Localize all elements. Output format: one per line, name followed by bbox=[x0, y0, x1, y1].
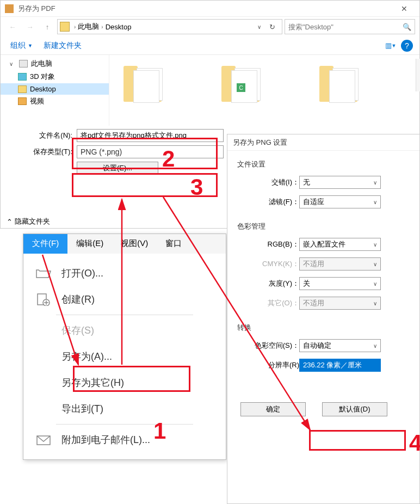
color-mgmt-group: 色彩管理 RGB(B)： 嵌入配置文件∨ CMYK(K)： 不适用∨ 灰度(Y)… bbox=[237, 222, 410, 310]
search-box[interactable]: 🔍 bbox=[285, 19, 415, 34]
chevron-down-icon: ∨ bbox=[373, 281, 377, 287]
savetype-select[interactable]: PNG (*.png) bbox=[77, 145, 224, 158]
cmyk-label: CMYK(K)： bbox=[250, 259, 299, 269]
nav-bar: ← → ↑ › 此电脑 › Desktop ∨ ↻ 🔍 bbox=[1, 17, 419, 36]
chevron-right-icon: › bbox=[101, 24, 103, 30]
folder-icon bbox=[60, 22, 70, 32]
settings-button[interactable]: 设置(E)... bbox=[77, 162, 158, 175]
other-label: 其它(O)： bbox=[250, 298, 299, 308]
menu-tabs: 文件(F) 编辑(E) 视图(V) 窗口 bbox=[23, 234, 226, 254]
view-mode-button[interactable]: ▥ ▼ bbox=[382, 39, 399, 52]
close-button[interactable]: ✕ bbox=[393, 1, 415, 16]
tree-3d-objects[interactable]: 3D 对象 bbox=[1, 70, 109, 83]
filename-input[interactable] bbox=[77, 129, 224, 142]
folder-item[interactable]: C bbox=[218, 66, 267, 107]
file-menu-popup: 文件(F) 编辑(E) 视图(V) 窗口 打开(O)... 创建(R) 保存(S… bbox=[23, 233, 226, 460]
app-icon bbox=[5, 4, 14, 13]
rgb-select[interactable]: 嵌入配置文件∨ bbox=[299, 238, 381, 251]
tree-this-pc[interactable]: ∨此电脑 bbox=[1, 57, 109, 70]
chevron-down-icon: ∨ bbox=[373, 242, 377, 248]
tab-window[interactable]: 窗口 bbox=[157, 234, 190, 254]
new-folder-button[interactable]: 新建文件夹 bbox=[38, 39, 87, 53]
nav-back[interactable]: ← bbox=[5, 19, 20, 34]
tab-file[interactable]: 文件(F) bbox=[23, 234, 67, 254]
toolbar: 组织 ▼ 新建文件夹 ▥ ▼ ? bbox=[1, 36, 419, 55]
chevron-right-icon: › bbox=[74, 24, 76, 30]
cmyk-select: 不适用∨ bbox=[299, 257, 381, 271]
filter-label: 滤镜(F)： bbox=[250, 197, 299, 207]
chevron-down-icon: ∨ bbox=[373, 199, 377, 205]
folder-tree: ∨此电脑 3D 对象 Desktop 视频 bbox=[1, 55, 109, 126]
savetype-label: 保存类型(T): bbox=[7, 147, 77, 157]
tab-edit[interactable]: 编辑(E) bbox=[67, 234, 112, 254]
file-area[interactable]: C bbox=[109, 55, 419, 126]
help-button[interactable]: ? bbox=[399, 39, 415, 52]
breadcrumb-dropdown[interactable]: ∨ bbox=[254, 24, 264, 30]
png-dialog-title: 另存为 PNG 设置 bbox=[227, 134, 419, 151]
folder-item[interactable] bbox=[120, 66, 169, 107]
conversion-group: 转换 色彩空间(S)： 自动确定∨ 分辨率(R) 236.22 像素／厘米 bbox=[237, 323, 410, 372]
folder-item[interactable] bbox=[316, 66, 365, 107]
colorspace-select[interactable]: 自动确定∨ bbox=[299, 339, 381, 352]
search-icon[interactable]: 🔍 bbox=[403, 23, 411, 31]
menu-save-as[interactable]: 另存为(A)... bbox=[23, 343, 226, 370]
title-bar: 另存为 PDF ✕ bbox=[1, 1, 419, 17]
menu-open[interactable]: 打开(O)... bbox=[23, 260, 226, 286]
tab-view[interactable]: 视图(V) bbox=[112, 234, 157, 254]
resolution-input[interactable]: 236.22 像素／厘米 bbox=[299, 359, 381, 372]
nav-up[interactable]: ↑ bbox=[40, 19, 55, 34]
menu-create[interactable]: 创建(R) bbox=[23, 286, 226, 312]
other-select: 不适用∨ bbox=[299, 297, 381, 310]
gray-select[interactable]: 关∨ bbox=[299, 277, 381, 290]
rgb-label: RGB(B)： bbox=[250, 239, 299, 249]
mail-icon bbox=[34, 432, 53, 447]
menu-export-to[interactable]: 导出到(T) bbox=[23, 396, 226, 422]
search-input[interactable] bbox=[288, 23, 403, 31]
window-title: 另存为 PDF bbox=[18, 4, 393, 14]
filter-select[interactable]: 自适应∨ bbox=[299, 195, 381, 208]
edge-scrollbar bbox=[416, 59, 420, 91]
png-settings-dialog: 另存为 PNG 设置 文件设置 交错(I)： 无∨ 滤镜(F)： 自适应∨ 色彩… bbox=[227, 134, 420, 504]
chevron-up-icon: ⌃ bbox=[7, 218, 13, 226]
breadcrumb-level2[interactable]: Desktop bbox=[106, 23, 132, 31]
explorer-body: ∨此电脑 3D 对象 Desktop 视频 C bbox=[1, 55, 419, 126]
chevron-down-icon: ∨ bbox=[373, 343, 377, 349]
create-icon bbox=[34, 292, 53, 307]
menu-save: 保存(S) bbox=[23, 317, 226, 343]
organize-button[interactable]: 组织 ▼ bbox=[5, 39, 38, 53]
ok-button[interactable]: 确定 bbox=[240, 402, 306, 416]
breadcrumb[interactable]: › 此电脑 › Desktop ∨ ↻ bbox=[57, 19, 282, 34]
refresh-icon[interactable]: ↻ bbox=[264, 23, 280, 31]
folder-open-icon bbox=[34, 266, 53, 281]
menu-save-other[interactable]: 另存为其它(H) bbox=[23, 370, 226, 396]
hide-folders-toggle[interactable]: ⌃ 隐藏文件夹 bbox=[7, 217, 50, 226]
resolution-label: 分辨率(R) bbox=[250, 360, 299, 370]
nav-forward[interactable]: → bbox=[22, 19, 38, 34]
breadcrumb-level1[interactable]: 此电脑 bbox=[78, 22, 99, 32]
menu-attach-email[interactable]: 附加到电子邮件(L)... bbox=[23, 427, 226, 453]
interlace-select[interactable]: 无∨ bbox=[299, 176, 381, 189]
filename-label: 文件名(N): bbox=[7, 131, 77, 140]
tree-desktop[interactable]: Desktop bbox=[1, 83, 109, 95]
chevron-down-icon: ∨ bbox=[373, 300, 377, 306]
tree-video[interactable]: 视频 bbox=[1, 95, 109, 108]
file-settings-group: 文件设置 交错(I)： 无∨ 滤镜(F)： 自适应∨ bbox=[237, 159, 410, 208]
gray-label: 灰度(Y)： bbox=[250, 279, 299, 288]
defaults-button[interactable]: 默认值(D) bbox=[322, 402, 387, 416]
chevron-down-icon: ∨ bbox=[373, 180, 377, 186]
interlace-label: 交错(I)： bbox=[250, 177, 299, 187]
colorspace-label: 色彩空间(S)： bbox=[250, 341, 299, 351]
chevron-down-icon: ∨ bbox=[373, 261, 377, 267]
